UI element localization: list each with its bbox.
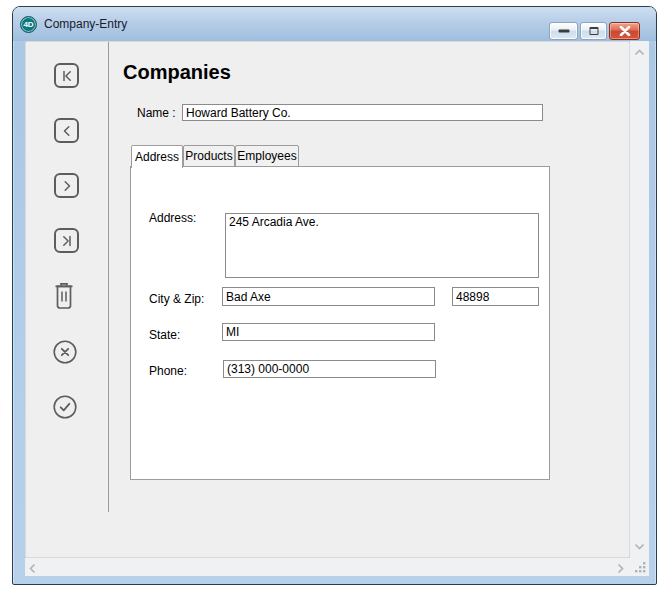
tab-address-label: Address xyxy=(135,150,179,164)
phone-input[interactable] xyxy=(223,360,436,378)
previous-record-icon xyxy=(59,123,75,139)
address-label: Address: xyxy=(149,211,196,225)
address-tab-panel: Address: 245 Arcadia Ave. City & Zip: St… xyxy=(130,166,550,480)
toolbar-divider xyxy=(108,42,109,512)
logo-text: 4D xyxy=(23,20,33,29)
name-input[interactable] xyxy=(182,104,543,121)
tab-products[interactable]: Products xyxy=(183,145,235,167)
cancel-circle-x-icon xyxy=(52,339,77,364)
resize-grip[interactable] xyxy=(630,558,649,576)
restore-icon xyxy=(589,27,598,35)
city-input[interactable] xyxy=(222,287,435,306)
window-title: Company-Entry xyxy=(44,7,127,41)
last-record-icon xyxy=(59,233,75,249)
vertical-scrollbar[interactable] xyxy=(630,41,649,558)
app-window: 4D Company-Entry xyxy=(12,6,657,585)
name-label: Name : xyxy=(137,106,176,120)
previous-record-button[interactable] xyxy=(54,118,79,143)
delete-record-button[interactable] xyxy=(53,281,74,311)
page-title: Companies xyxy=(123,61,231,84)
phone-label: Phone: xyxy=(149,364,187,378)
form-scroll-area: Companies Name : Address Products Employ… xyxy=(25,41,630,558)
tab-employees-label: Employees xyxy=(237,149,296,163)
city-zip-label: City & Zip: xyxy=(149,292,204,306)
tab-employees[interactable]: Employees xyxy=(235,145,299,167)
cancel-record-button[interactable] xyxy=(52,339,77,364)
state-input[interactable] xyxy=(222,323,435,341)
scroll-up-button[interactable] xyxy=(634,49,645,56)
first-record-icon xyxy=(59,68,75,84)
close-button[interactable] xyxy=(609,22,640,40)
minimize-button[interactable] xyxy=(549,22,578,40)
address-textarea[interactable]: 245 Arcadia Ave. xyxy=(225,213,539,278)
last-record-button[interactable] xyxy=(54,228,79,253)
horizontal-scrollbar[interactable] xyxy=(25,558,630,576)
trash-icon xyxy=(53,281,74,311)
close-icon xyxy=(619,26,631,36)
titlebar[interactable]: 4D Company-Entry xyxy=(13,7,656,41)
next-record-button[interactable] xyxy=(54,173,79,198)
scroll-down-button[interactable] xyxy=(634,543,645,550)
state-label: State: xyxy=(149,328,180,342)
minimize-icon xyxy=(558,30,569,33)
scroll-left-button[interactable] xyxy=(29,563,36,574)
zip-input[interactable] xyxy=(452,287,539,306)
first-record-button[interactable] xyxy=(54,63,79,88)
accept-record-button[interactable] xyxy=(52,394,77,419)
client-area: Companies Name : Address Products Employ… xyxy=(25,41,649,576)
scroll-right-button[interactable] xyxy=(617,563,624,574)
restore-button[interactable] xyxy=(580,22,607,40)
tab-products-label: Products xyxy=(185,149,232,163)
accept-circle-check-icon xyxy=(52,394,77,419)
4d-app-icon: 4D xyxy=(20,16,37,33)
resize-grip-icon xyxy=(635,562,646,573)
next-record-icon xyxy=(59,178,75,194)
tab-address[interactable]: Address xyxy=(131,145,183,168)
